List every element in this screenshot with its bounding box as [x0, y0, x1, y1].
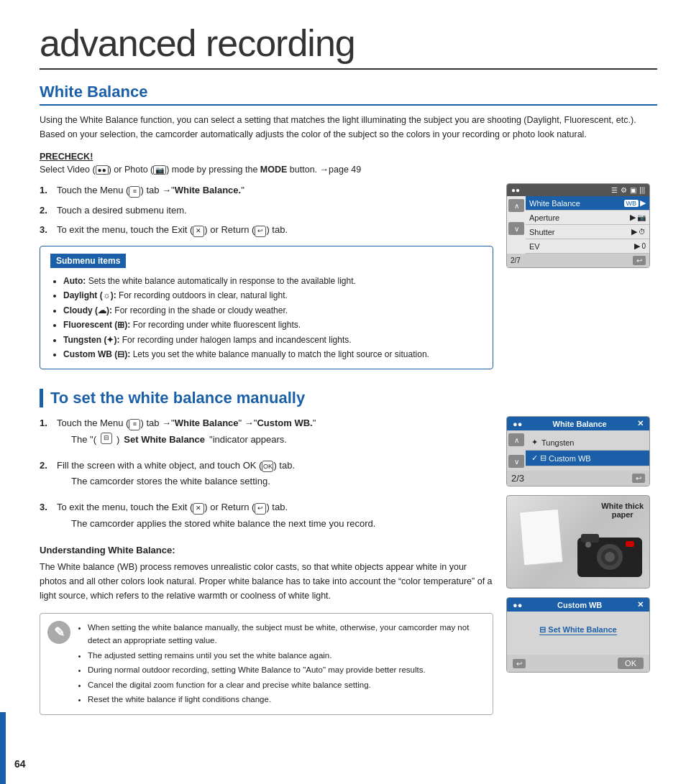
manual-step-2-sub: The camcorder stores the white balance s… — [57, 474, 295, 489]
step-3-text: To exit the menu, touch the Exit (✕) or … — [57, 223, 288, 237]
cwb-close-icon[interactable]: ✕ — [637, 600, 644, 609]
white-paper-shape — [519, 509, 563, 566]
cam-ui-row-wb[interactable]: White Balance WB ▶ — [526, 196, 649, 211]
exit-icon: ✕ — [193, 226, 204, 237]
cam-ui-1-nav: 2/7 ↩ — [507, 254, 649, 267]
manual-steps-list: 1. Touch the Menu (≡) tab →"White Balanc… — [40, 416, 493, 536]
cwb-ui-body: ⊟ Set White Balance — [507, 612, 649, 655]
step-2: 2. Touch a desired submenu item. — [40, 203, 493, 218]
wb-ui-2-back-btn[interactable]: ↩ — [632, 474, 645, 483]
wb-ui-row-tungsten[interactable]: ✦ Tungsten — [526, 435, 649, 451]
exit-icon-2: ✕ — [193, 503, 204, 515]
svg-rect-5 — [626, 541, 634, 547]
cam-ui-row-shutter[interactable]: Shutter ▶ ⏱ — [526, 225, 649, 239]
wb-ui-2-header: ●● White Balance ✕ — [507, 417, 649, 430]
tungsten-icon: ✦ — [531, 438, 538, 447]
submenu-item-cloudy: Cloudy (☁): For recording in the shade o… — [63, 303, 483, 318]
step-1-text: Touch the Menu (≡) tab →"White Balance." — [57, 183, 244, 198]
camera-svg — [574, 530, 646, 581]
cwb-ui: ●● Custom WB ✕ ⊟ Set White Balance ↩ OK — [506, 597, 650, 673]
submenu-header: Submenu items — [50, 254, 126, 268]
manual-step-1-sub-item: The "(⊟) Set White Balance"indicator app… — [71, 433, 316, 447]
manual-step-1-num: 1. — [40, 416, 52, 430]
page-title: advanced recording — [40, 22, 657, 70]
note-item-5: Reset the white balance if light conditi… — [88, 693, 483, 706]
cam-ui-shutter-arrow: ▶ — [631, 227, 637, 236]
note-item-3: During normal outdoor recording, setting… — [88, 663, 483, 676]
cam-ui-1-icons: ☰ ⚙ ▣ ||| — [611, 186, 645, 194]
manual-step-2: 2. Fill the screen with a white object, … — [40, 458, 493, 494]
manual-steps-left: 1. Touch the Menu (≡) tab →"White Balanc… — [40, 416, 493, 715]
manual-step-1-text: Touch the Menu (≡) tab →"White Balance" … — [57, 418, 316, 428]
step-3-num: 3. — [40, 223, 52, 237]
wb-ui-2-close-icon[interactable]: ✕ — [637, 419, 644, 428]
cam-ui-1-arrows: ∧ ∨ — [507, 196, 526, 254]
cam-ui-wb-icon: WB — [624, 200, 639, 207]
wb-ui-row-customwb[interactable]: ✓ ⊟ Custom WB — [526, 451, 649, 466]
svg-point-4 — [605, 552, 615, 562]
manual-step-3: 3. To exit the menu, touch the Exit (✕) … — [40, 500, 493, 536]
cwb-ui-header: ●● Custom WB ✕ — [507, 598, 649, 612]
left-blue-bar — [0, 712, 6, 784]
step-2-num: 2. — [40, 203, 52, 218]
return-icon: ↩ — [255, 226, 266, 237]
step-3: 3. To exit the menu, touch the Exit (✕) … — [40, 223, 493, 237]
manual-step-3-content: To exit the menu, touch the Exit (✕) or … — [57, 500, 375, 536]
cam-ui-1-container: ●● ☰ ⚙ ▣ ||| ∧ ∨ — [506, 183, 657, 277]
cam-ui-1-page: 2/7 — [511, 257, 521, 264]
cam-ui-aperture-icon: 📷 — [637, 213, 646, 221]
steps-list: 1. Touch the Menu (≡) tab →"White Balanc… — [40, 183, 493, 237]
wb-ui-2-up-btn[interactable]: ∧ — [508, 433, 524, 446]
wb-ui-2-down-btn[interactable]: ∨ — [508, 455, 524, 468]
cwb-title: Custom WB — [557, 601, 602, 609]
page-container: advanced recording White Balance Using t… — [0, 0, 686, 784]
cam-ui-down-btn[interactable]: ∨ — [508, 222, 524, 235]
checkmark-icon: ✓ — [531, 453, 538, 463]
ok-icon: OK — [262, 461, 273, 472]
manual-step-1-sub: The "(⊟) Set White Balance"indicator app… — [57, 433, 316, 447]
note-box: ✎ When setting the white balance manuall… — [40, 613, 493, 715]
cam-ui-shutter-label: Shutter — [529, 228, 631, 236]
wb-ui-2-nav-row: ∧ ∨ ✦ Tungsten ✓ ⊟ C — [507, 430, 649, 471]
wb-ui-2-title: White Balance — [553, 420, 607, 428]
submenu-item-auto: Auto: Sets the white balance automatical… — [63, 274, 483, 288]
cam-ui-grid-icon: ▣ — [630, 186, 636, 194]
cwb-set-label: ⊟ Set White Balance — [539, 625, 616, 635]
manual-step-1: 1. Touch the Menu (≡) tab →"White Balanc… — [40, 416, 493, 452]
manual-step-2-text: Fill the screen with a white object, and… — [57, 460, 295, 471]
cam-ui-wb-arrow: ▶ — [640, 198, 646, 208]
submenu-item-tungsten: Tungsten (✦): For recording under haloge… — [63, 333, 483, 347]
understanding-title: Understanding White Balance: — [40, 545, 493, 555]
photo-label: White thick paper — [601, 502, 644, 519]
understanding-text: The White balance (WB) process removes u… — [40, 560, 493, 603]
manual-step-2-sub-item: The camcorder stores the white balance s… — [71, 474, 295, 489]
cam-ui-gear-icon: ⚙ — [621, 186, 627, 194]
manual-step-2-content: Fill the screen with a white object, and… — [57, 458, 295, 494]
cwb-back-btn[interactable]: ↩ — [513, 659, 526, 668]
note-item-2: The adjusted setting remains until you s… — [88, 649, 483, 662]
manual-step-3-sub-item: The camcorder applies the stored white b… — [71, 517, 375, 531]
cam-ui-1-back-btn[interactable]: ↩ — [633, 256, 646, 265]
cam-ui-row-ev[interactable]: EV ▶ 0 — [526, 239, 649, 254]
cwb-ok-btn[interactable]: OK — [618, 658, 644, 669]
note-icon: ✎ — [47, 621, 70, 644]
customwb-icon: ⊟ — [540, 453, 546, 463]
cam-ui-aperture-label: Aperture — [529, 213, 630, 222]
cam-ui-spacer — [508, 213, 524, 221]
manual-step-3-text: To exit the menu, touch the Exit (✕) or … — [57, 502, 288, 512]
set-wb-icon: ⊟ — [101, 433, 112, 444]
submenu-item-customwb: Custom WB (⊟): Lets you set the white ba… — [63, 347, 483, 361]
steps-left: 1. Touch the Menu (≡) tab →"White Balanc… — [40, 183, 493, 378]
wb-ui-2: ●● White Balance ✕ ∧ ∨ ✦ — [506, 416, 650, 486]
cam-ui-aperture-arrow: ▶ — [630, 213, 636, 222]
cam-ui-up-btn[interactable]: ∧ — [508, 199, 524, 212]
submenu-item-daylight: Daylight (☼): For recording outdoors in … — [63, 288, 483, 303]
manual-section-title: To set the white balance manually — [40, 389, 657, 407]
customwb-label: Custom WB — [549, 454, 591, 463]
wb-ui-2-spacer — [508, 448, 524, 453]
cam-ui-row-aperture[interactable]: Aperture ▶ 📷 — [526, 211, 649, 225]
cam-ui-wb-label: White Balance — [529, 199, 624, 208]
note-list: When setting the white balance manually,… — [76, 621, 483, 706]
cam-ui-1: ●● ☰ ⚙ ▣ ||| ∧ ∨ — [506, 183, 650, 268]
cam-ui-ev-arrow: ▶ — [634, 241, 640, 251]
